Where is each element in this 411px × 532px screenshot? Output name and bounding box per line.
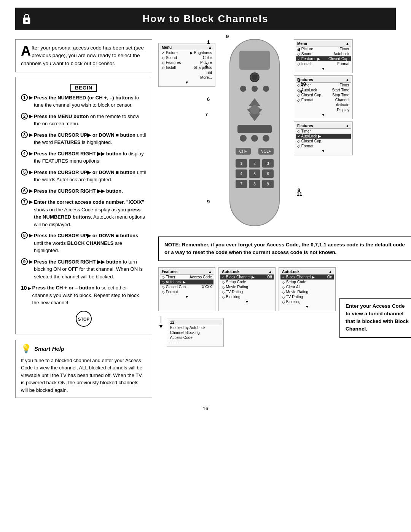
step-4: 4▶ Press the CURSOR RIGHT ▶▶ button to d… [21, 150, 147, 165]
step-3-num: 3 [21, 131, 28, 138]
bottom-area: Features▲ ◇ TimerAccess Code ◇ AutoLock … [158, 267, 411, 347]
svg-text:CH+: CH+ [239, 149, 247, 153]
main-layout: A fter your personal access code has bee… [15, 39, 396, 398]
bottom-menus-wrap: Features▲ ◇ TimerAccess Code ◇ AutoLock … [158, 267, 336, 347]
label-11: 11 [297, 191, 302, 197]
step-3: 3▶ Press the CURSOR UP▶ or DOWN ■ button… [21, 131, 147, 146]
svg-point-9 [252, 86, 258, 92]
step-3-bold: Press the CURSOR UP▶ or DOWN ■ button [34, 132, 135, 138]
step-6: 6▶ Press the CURSOR RIGHT ▶▶ button. [21, 187, 147, 195]
label-9-bot: 9 [207, 199, 210, 204]
features-menu-2-title: Features▲ [296, 123, 351, 129]
enter-access-code-box: Enter your Access Code to view a tuned c… [339, 298, 411, 338]
svg-point-15 [250, 105, 259, 114]
svg-text:4: 4 [240, 172, 242, 176]
page-title: How to Block Channels [23, 13, 388, 25]
step-7-bold: Enter the correct access code number. "X… [34, 199, 144, 205]
intro-box: A fter your personal access code has bee… [15, 39, 152, 72]
svg-rect-5 [239, 51, 270, 70]
step-8-num: 8 [21, 232, 28, 239]
step-7: 7▶ Enter the correct access code number.… [21, 198, 147, 228]
step-7-num: 7 [21, 198, 28, 205]
right-menus-col: Menu▲ ◇ PictureTimer ◇ SoundAutoLock ✓ F… [294, 39, 353, 155]
step-5: 5▶ Press the CURSOR UP▶ or DOWN ■ button… [21, 169, 147, 184]
label-2: 2 [205, 62, 208, 68]
smart-help-text: If you tune to a blocked channel and ent… [21, 357, 147, 394]
step-7-normal: shows on the Access Code display as you … [34, 207, 145, 227]
intro-big-letter: A [21, 44, 31, 58]
svg-text:STOP: STOP [78, 317, 89, 321]
intro-text: fter your personal access code has been … [21, 45, 144, 66]
main-menu-2-title: Menu▲ [296, 41, 351, 46]
steps-box: BEGIN 1▶ Press the NUMBERED (or CH +, –)… [15, 77, 152, 334]
lock-icon [21, 13, 32, 25]
step-4-bold: Press the CURSOR RIGHT ▶▶ button [34, 151, 121, 157]
svg-point-18 [251, 135, 258, 142]
svg-point-17 [240, 135, 247, 142]
svg-text:VOL+: VOL+ [261, 149, 271, 153]
main-menu-2: Menu▲ ◇ PictureTimer ◇ SoundAutoLock ✓ F… [294, 39, 353, 73]
begin-label: BEGIN [70, 84, 97, 92]
step-1: 1▶ Press the NUMBERED (or CH +, –) butto… [21, 94, 147, 109]
remote-svg: CH+ VOL+ 1 2 3 4 5 6 [218, 39, 291, 230]
svg-rect-1 [25, 20, 27, 22]
svg-text:2: 2 [253, 161, 256, 166]
step-1-bold: Press the NUMBERED (or CH +, –) buttons [34, 95, 134, 101]
features-access-code: Features▲ ◇ TimerAccess Code ◇ AutoLock … [158, 267, 215, 311]
autolock-off-menu: AutoLock▲ ✓ Block Channel ▶Off ◇ Setup C… [218, 267, 276, 311]
label-5: 5 [299, 89, 302, 94]
step-6-num: 6 [21, 187, 28, 194]
step-10-bold: Press the CH + or – button [32, 285, 95, 291]
step-8-normal: until the words BLOCK CHANNELS are highl… [34, 240, 122, 254]
step-2-num: 2 [21, 113, 28, 120]
step-9-num: 9 [21, 258, 28, 265]
svg-point-8 [240, 86, 246, 92]
enter-access-code-text: Enter your Access Code to view a tuned c… [346, 303, 409, 332]
step-9: 9▶ Press the CURSOR RIGHT ▶▶ button to t… [21, 258, 147, 281]
note-bold: NOTE: Remember, if you ever forget your … [164, 242, 405, 255]
down-arrow-wrap: ▼ [158, 314, 164, 329]
smart-help-title: Smart Help [34, 345, 64, 352]
svg-text:1: 1 [240, 161, 242, 166]
stop-badge: STOP [21, 310, 147, 329]
svg-text:5: 5 [253, 172, 256, 176]
step-6-bold: Press the CURSOR RIGHT ▶▶ button. [34, 188, 123, 194]
arrow-line [161, 316, 161, 323]
lightbulb-icon: 💡 [21, 344, 31, 354]
main-menu-1-title: Menu▲ [160, 45, 213, 50]
svg-text:3: 3 [267, 161, 269, 166]
step-1-num: 1 [21, 94, 28, 101]
label-9-top: 9 [226, 34, 229, 39]
svg-point-7 [252, 75, 257, 80]
step-9-bold: Press the CURSOR RIGHT ▶▶ button [34, 259, 121, 265]
label-10: 10 [301, 81, 306, 87]
down-arrow-icon: ▼ [158, 323, 164, 329]
right-column: Menu▲ ✓ Picture▶ Brightness ◇ SoundColor… [158, 39, 411, 398]
step-2: 2▶ Press the MENU button on the remote t… [21, 113, 147, 128]
svg-text:8: 8 [253, 182, 256, 186]
step-8: 8▶ Press the CURSOR UP▶ or DOWN ■ button… [21, 232, 147, 254]
bottom-menus-row2: ▼ 12 Blocked by AutoLock Channel Blockin… [158, 314, 336, 347]
label-6: 6 [207, 96, 210, 102]
note-box: NOTE: Remember, if you ever forget your … [158, 236, 411, 261]
step-5-bold: Press the CURSOR UP▶ or DOWN ■ button [34, 169, 135, 175]
step-8-bold: Press the CURSOR UP▶ or DOWN ■ buttons [34, 233, 138, 238]
page-number: 16 [15, 406, 396, 411]
svg-point-10 [263, 86, 269, 92]
channel-status-menu: 12 Blocked by AutoLock Channel Blocking … [167, 318, 224, 347]
step-10: 10▶ Press the CH + or – button to select… [21, 284, 147, 307]
label-3: 3 [298, 77, 300, 83]
smart-help-box: 💡 Smart Help If you tune to a blocked ch… [15, 340, 152, 398]
svg-rect-16 [237, 125, 272, 133]
svg-point-19 [263, 135, 269, 142]
begin-badge: BEGIN [21, 84, 147, 91]
label-1: 1 [207, 39, 210, 45]
label-7: 7 [205, 112, 208, 117]
stop-icon: STOP [75, 310, 92, 327]
svg-text:6: 6 [267, 172, 269, 176]
step-4-num: 4 [21, 150, 28, 157]
svg-text:9: 9 [267, 182, 269, 186]
remote-area: 1 2 3 4 5 6 7 8 9 9 10 11 [218, 39, 291, 231]
bottom-menus-row1: Features▲ ◇ TimerAccess Code ◇ AutoLock … [158, 267, 336, 311]
top-area: Menu▲ ✓ Picture▶ Brightness ◇ SoundColor… [158, 39, 411, 231]
